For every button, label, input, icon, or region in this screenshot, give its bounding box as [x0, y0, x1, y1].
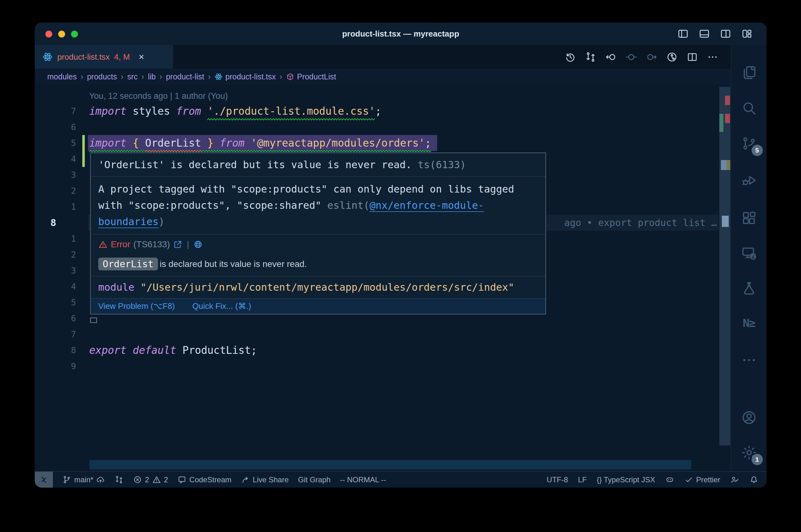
compare-changes-icon[interactable] [585, 51, 596, 63]
breadcrumb-item-modules[interactable]: modules [47, 72, 77, 81]
customize-layout-icon[interactable] [741, 28, 753, 40]
remote-explorer-icon[interactable] [739, 243, 759, 263]
previous-change-icon[interactable] [625, 51, 637, 63]
status-remote-indicator[interactable] [35, 472, 53, 488]
overview-cursor-mark [722, 216, 729, 227]
source-control-icon[interactable]: 5 [739, 133, 759, 153]
code-editor[interactable]: You, 12 seconds ago | 1 author (You) 7im… [35, 84, 731, 471]
status-language-mode[interactable]: {} TypeScript JSX [597, 475, 655, 484]
status-eol[interactable]: LF [578, 475, 587, 484]
settings-gear-icon[interactable]: 1 [739, 443, 759, 462]
status-prettier[interactable]: Prettier [684, 475, 720, 484]
goto-previous-change-icon[interactable] [605, 51, 617, 63]
breadcrumb-item-src[interactable]: src [127, 72, 138, 81]
warning-triangle-icon [152, 475, 161, 484]
tab-problems-badge: 4, M [114, 52, 130, 62]
error-code-row: Error (TS6133) | [98, 240, 538, 249]
overview-info-mark [721, 160, 727, 170]
line-number: 7 [47, 326, 76, 342]
overview-error-mark [725, 96, 730, 105]
check-icon [684, 475, 693, 484]
layout-controls [677, 22, 753, 45]
status-vim-mode[interactable]: -- NORMAL -- [340, 475, 386, 484]
tab-label: product-list.tsx [57, 52, 110, 62]
status-notifications[interactable] [749, 475, 759, 484]
line-number: 2 [47, 247, 76, 263]
error-code: (TS6133) [133, 240, 170, 249]
current-line-number: 8 [47, 215, 76, 231]
error-circle-icon [133, 475, 142, 484]
open-changes-icon[interactable] [666, 51, 678, 63]
status-problems[interactable]: 22 [133, 475, 168, 484]
status-live-share[interactable]: Live Share [241, 475, 289, 484]
code-line[interactable]: export default ProductList; [89, 342, 257, 358]
line-number: 5 [47, 135, 76, 151]
view-problem-action[interactable]: View Problem (⌥F8) [98, 301, 175, 311]
codestream-icon [177, 475, 186, 484]
lint-squiggle [89, 149, 431, 151]
breadcrumb-item-products[interactable]: products [87, 72, 117, 81]
line-number: 7 [47, 103, 76, 119]
close-window-button[interactable] [45, 31, 52, 38]
eslint-diagnostic-message: A project tagged with "scope:products" c… [91, 176, 545, 234]
live-share-icon [241, 475, 250, 484]
search-icon[interactable] [739, 98, 759, 118]
breadcrumb-item-product-list[interactable]: product-list [166, 72, 204, 81]
window-title: product-list.tsx — myreactapp [342, 29, 459, 39]
next-change-icon[interactable] [646, 51, 657, 63]
testing-icon[interactable] [739, 278, 759, 298]
activity-bar: 5N≥1 [731, 45, 767, 471]
layout-panel-icon[interactable] [698, 28, 710, 40]
layout-sidebar-right-icon[interactable] [720, 28, 731, 40]
globe-icon[interactable] [193, 240, 203, 249]
explorer-icon[interactable] [739, 62, 759, 82]
lint-squiggle [207, 117, 375, 119]
zoom-window-button[interactable] [71, 31, 78, 38]
chevron-right-icon: › [277, 72, 285, 81]
layout-sidebar-left-icon[interactable] [677, 28, 689, 40]
close-tab-icon[interactable]: × [139, 52, 144, 62]
status-gitlens-compare[interactable] [114, 475, 124, 484]
status-git-graph[interactable]: Git Graph [298, 475, 331, 484]
tab-product-list[interactable]: product-list.tsx 4, M × [35, 45, 173, 69]
breadcrumb-item-lib[interactable]: lib [148, 72, 156, 81]
editor-scrollbar[interactable] [719, 87, 730, 445]
extensions-icon[interactable] [739, 208, 759, 228]
window-controls [45, 31, 78, 38]
breadcrumb: modules›products›src›lib›product-list›pr… [35, 69, 731, 84]
cloud-upload-icon [96, 475, 105, 484]
minimize-window-button[interactable] [58, 31, 65, 38]
nx-console-icon[interactable]: N≥ [739, 313, 759, 333]
symbol-class-icon [286, 73, 294, 81]
run-debug-icon[interactable] [739, 170, 759, 190]
timeline-history-icon[interactable] [564, 51, 576, 63]
error-label: Error [111, 240, 130, 249]
status-git-branch[interactable]: main* [62, 475, 105, 484]
badge: 1 [751, 454, 763, 465]
line-number: 6 [47, 119, 76, 135]
account-icon[interactable] [739, 407, 759, 428]
warning-triangle-icon [98, 240, 108, 249]
bell-icon [749, 475, 759, 484]
line-number: 3 [47, 263, 76, 279]
status-codestream[interactable]: CodeStream [177, 475, 232, 484]
breadcrumb-item-productlist[interactable]: ProductList [286, 72, 336, 81]
tooltip-resize-handle[interactable] [90, 318, 97, 323]
quick-fix-action[interactable]: Quick Fix... (⌘.) [193, 301, 251, 311]
gitlens-inline-blame: ago • export product list … [564, 215, 717, 231]
editor-toolbar [564, 45, 718, 69]
status-feedback[interactable] [730, 475, 739, 484]
status-copilot[interactable] [665, 475, 674, 484]
react-icon [214, 73, 223, 81]
horizontal-scrollbar[interactable] [90, 460, 691, 470]
line-number: 2 [47, 183, 76, 199]
chevron-right-icon: › [139, 72, 147, 81]
line-number: 8 [47, 342, 76, 358]
external-link-icon[interactable] [173, 240, 182, 249]
overview-info-mark [727, 160, 730, 170]
split-editor-icon[interactable] [687, 51, 698, 63]
more-actions-icon[interactable] [707, 51, 718, 63]
status-encoding[interactable]: UTF-8 [547, 475, 568, 484]
breadcrumb-item-product-list-tsx[interactable]: product-list.tsx [214, 72, 276, 81]
more-views-icon[interactable] [739, 350, 759, 370]
